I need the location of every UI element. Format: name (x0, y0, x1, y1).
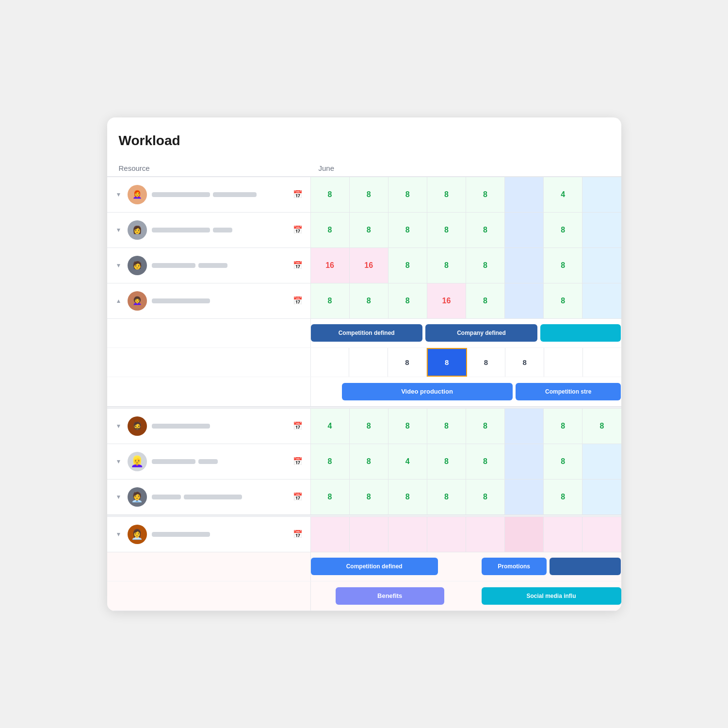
resource-name-3 (152, 263, 288, 268)
chevron-icon-7[interactable] (115, 494, 123, 500)
task-bar-extra[interactable] (550, 558, 621, 575)
calendar-icon-7[interactable]: 📅 (293, 492, 303, 501)
calendar-icon-1[interactable]: 📅 (293, 190, 303, 199)
day-cell[interactable]: 8 (544, 409, 582, 444)
day-cell[interactable]: 4 (544, 177, 582, 212)
calendar-icon-8[interactable]: 📅 (293, 529, 303, 539)
day-cell[interactable]: 8 (582, 409, 621, 444)
task-bar-benefits[interactable]: Benefits (336, 587, 444, 605)
day-cell[interactable]: 8 (544, 480, 582, 514)
day-cell[interactable]: 4 (311, 409, 350, 444)
day-cells-1: 8 8 8 8 8 4 (311, 177, 621, 212)
num-cell[interactable] (349, 348, 388, 377)
task-bar-social-media[interactable]: Social media influ (482, 587, 621, 605)
task-bar-hr-cost[interactable]: Competition defined (311, 324, 422, 342)
num-cell[interactable]: 8 (388, 348, 427, 377)
task-bar-promotions[interactable]: Promotions (482, 558, 547, 575)
day-cell[interactable] (582, 517, 621, 552)
day-cell[interactable]: 8 (311, 444, 350, 479)
day-cell[interactable]: 8 (388, 480, 427, 514)
avatar-4: 👩‍🦱 (128, 291, 147, 311)
day-cell[interactable]: 8 (466, 177, 505, 212)
day-cell[interactable]: 8 (466, 444, 505, 479)
num-cell[interactable]: 8 (505, 348, 544, 377)
day-cell[interactable]: 8 (350, 480, 388, 514)
day-cell[interactable]: 4 (388, 444, 427, 479)
day-cell[interactable] (466, 517, 505, 552)
day-cell[interactable]: 8 (544, 444, 582, 479)
num-cell[interactable]: 8 (467, 348, 506, 377)
day-cell[interactable]: 8 (350, 409, 388, 444)
day-cell[interactable]: 16 (427, 283, 466, 318)
day-cell[interactable] (350, 517, 388, 552)
day-cell[interactable]: 8 (388, 409, 427, 444)
chevron-icon-1[interactable] (115, 191, 123, 198)
chevron-icon-8[interactable] (115, 531, 123, 538)
resource-row-expanded: 👩‍🦱 📅 8 8 8 16 8 8 (107, 283, 621, 407)
day-cell[interactable] (544, 517, 582, 552)
resource-info-6: 👱‍♀️ 📅 (107, 444, 311, 479)
day-cell[interactable]: 8 (427, 409, 466, 444)
chevron-icon-5[interactable] (115, 423, 123, 430)
day-cell[interactable]: 8 (388, 177, 427, 212)
day-cell[interactable]: 8 (427, 213, 466, 248)
calendar-icon-3[interactable]: 📅 (293, 261, 303, 270)
day-cell[interactable]: 8 (427, 248, 466, 283)
chevron-icon-3[interactable] (115, 262, 123, 269)
day-cell[interactable] (582, 213, 621, 248)
calendar-icon-2[interactable]: 📅 (293, 225, 303, 234)
day-cell[interactable] (582, 480, 621, 514)
num-cell[interactable] (544, 348, 583, 377)
day-cell[interactable]: 16 (311, 248, 350, 283)
day-cell[interactable]: 8 (311, 283, 350, 318)
task-bar-competition-stre[interactable]: Competition stre (516, 383, 621, 400)
day-cell[interactable]: 8 (427, 177, 466, 212)
day-cell[interactable] (427, 517, 466, 552)
num-cell[interactable] (311, 348, 350, 377)
day-cell[interactable]: 8 (388, 248, 427, 283)
task-bar-competition-defined[interactable]: Competition defined (311, 558, 438, 575)
resource-info-4: 👩‍🦱 📅 (107, 283, 311, 318)
day-cell[interactable]: 8 (427, 480, 466, 514)
calendar-icon-5[interactable]: 📅 (293, 421, 303, 430)
day-cell[interactable]: 8 (311, 177, 350, 212)
day-cell[interactable]: 8 (427, 444, 466, 479)
day-cell[interactable]: 8 (350, 444, 388, 479)
day-cell[interactable]: 8 (311, 480, 350, 514)
day-cell[interactable]: 8 (350, 283, 388, 318)
day-cell[interactable] (388, 517, 427, 552)
calendar-icon-6[interactable]: 📅 (293, 457, 303, 466)
day-cell[interactable]: 8 (466, 409, 505, 444)
task-bar-video-production[interactable]: Video production (342, 383, 513, 400)
day-cell-weekend (505, 248, 544, 283)
day-cell[interactable]: 16 (350, 248, 388, 283)
calendar-icon-4[interactable]: 📅 (293, 296, 303, 305)
day-cell[interactable] (582, 444, 621, 479)
day-cell[interactable]: 8 (350, 213, 388, 248)
chevron-icon-4[interactable] (115, 298, 123, 304)
chevron-icon-2[interactable] (115, 227, 123, 233)
day-cell[interactable]: 8 (311, 213, 350, 248)
num-cell-selected[interactable]: 8 (427, 348, 467, 377)
day-cell[interactable]: 8 (544, 248, 582, 283)
expanded-section: Competition defined Company defined (107, 318, 621, 406)
day-cell[interactable]: 8 (466, 480, 505, 514)
day-cell[interactable]: 8 (544, 213, 582, 248)
day-cell[interactable]: 8 (466, 213, 505, 248)
task-bar-company-defined[interactable]: Company defined (425, 324, 537, 342)
resource-info-3: 🧑 📅 (107, 248, 311, 283)
day-cell[interactable] (311, 517, 350, 552)
resource-name-1 (152, 192, 288, 197)
task-bar-teal[interactable] (540, 324, 621, 342)
day-cell[interactable]: 8 (466, 248, 505, 283)
num-cell[interactable] (583, 348, 621, 377)
day-cell[interactable]: 8 (350, 177, 388, 212)
day-cell[interactable]: 8 (388, 213, 427, 248)
day-cell[interactable]: 8 (466, 283, 505, 318)
day-cell[interactable]: 8 (388, 283, 427, 318)
day-cell[interactable] (582, 248, 621, 283)
day-cell[interactable] (582, 177, 621, 212)
day-cell[interactable]: 8 (544, 283, 582, 318)
chevron-icon-6[interactable] (115, 458, 123, 465)
day-cell[interactable] (582, 283, 621, 318)
